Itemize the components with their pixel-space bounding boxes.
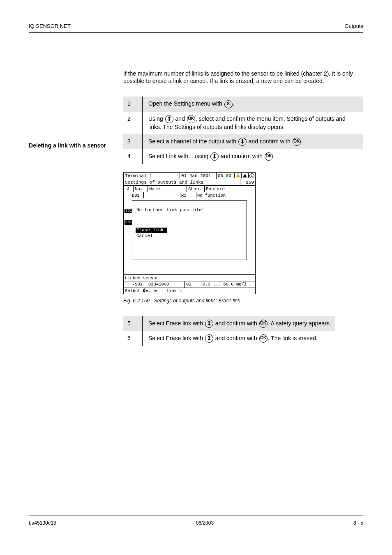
step-text: Select Erase link with and confirm with … xyxy=(143,331,335,346)
terminal-title: Terminal 1 xyxy=(124,173,180,179)
terminal-screenshot: Terminal 1 01 Jan 2001 00 00 🔒 i Setting… xyxy=(123,172,256,294)
lock-icon: 🔒 xyxy=(234,173,241,178)
step-row: 3Select a channel of the output with and… xyxy=(123,134,363,149)
partial-c4: No function xyxy=(196,192,255,198)
step-text: Using and OK, select and confirm the men… xyxy=(143,112,364,134)
step-number: 5 xyxy=(123,316,143,331)
updown-key-icon xyxy=(205,334,213,343)
header-rule xyxy=(29,32,363,33)
footer-center: 06/2003 xyxy=(196,520,214,526)
sensor-c2: 01341000 xyxy=(147,281,185,287)
side-heading: Deleting a link with a sensor xyxy=(29,142,107,150)
info-icon: i xyxy=(248,173,255,178)
step-row: 2Using and OK, select and confirm the me… xyxy=(123,112,363,134)
steps-table-2: 5Select Erase link with and confirm with… xyxy=(123,316,335,346)
terminal-time: 00 00 xyxy=(217,173,234,179)
col-head-1: No. xyxy=(134,186,148,192)
updown-key-icon xyxy=(238,138,247,146)
step-row: 5Select Erase link with and confirm with… xyxy=(123,316,335,331)
footer-right: 6 - 5 xyxy=(353,520,363,526)
terminal-hint: Select �♦, edit link ⎀ xyxy=(124,288,255,294)
step-number: 4 xyxy=(123,149,143,164)
terminal-date: 01 Jan 2001 xyxy=(180,173,217,179)
ok-key-icon: OK xyxy=(293,138,301,146)
dialog-box: No further link possible! Erase link Can… xyxy=(132,200,247,260)
step-text: Select a channel of the output with and … xyxy=(143,134,364,149)
step-text: Select Link with... using and confirm wi… xyxy=(143,149,364,164)
option-cancel[interactable]: Cancel xyxy=(136,233,167,239)
col-head-2: Name xyxy=(148,186,187,192)
col-head-3: Chan. xyxy=(187,186,205,192)
sensor-c4: 0.0 ... 60.0 mg/l xyxy=(201,281,255,287)
linked-sensor-label: Linked sensor xyxy=(124,275,255,281)
step-number: 6 xyxy=(123,331,143,346)
header-right: Outputs xyxy=(344,23,363,30)
dialog-message: No further link possible! xyxy=(136,207,243,213)
col-head-4: Feature xyxy=(205,186,255,192)
ok-key-icon: OK xyxy=(259,334,267,343)
terminal-subtitle: Settings of outputs and links xyxy=(124,179,240,185)
ok-key-icon: OK xyxy=(259,320,267,328)
partial-c3: R1 xyxy=(180,192,196,198)
header-left: IQ SENSOR NET xyxy=(29,23,71,30)
step-number: 2 xyxy=(123,112,143,134)
step-row: 1Open the Settings menu with S. xyxy=(123,97,363,111)
page-footer: ba45130e13 06/2003 6 - 5 xyxy=(29,520,363,526)
sensor-c1: S01 xyxy=(134,281,147,287)
status-icons: 🔒 i xyxy=(234,173,255,178)
step-text: Select Erase link with and confirm with … xyxy=(143,316,335,331)
footer-left: ba45130e13 xyxy=(29,520,56,526)
col-head-0: & xyxy=(124,186,134,192)
option-erase-link[interactable]: Erase link xyxy=(136,228,167,233)
footer-rule xyxy=(29,516,363,516)
step-text: Open the Settings menu with S. xyxy=(143,97,364,111)
step-number: 1 xyxy=(123,97,143,111)
ok-key-icon: OK xyxy=(265,152,273,161)
terminal-body: D01 R1 No function S01 S01 No further li… xyxy=(124,192,255,275)
updown-key-icon xyxy=(210,152,219,161)
linked-sensor-row: S01 01341000 02 0.0 ... 60.0 mg/l xyxy=(124,281,255,287)
terminal-code: 150 xyxy=(240,179,255,185)
partial-c1: D01 xyxy=(131,192,144,198)
step-number: 3 xyxy=(123,134,143,149)
step-row: 4Select Link with... using and confirm w… xyxy=(123,149,363,164)
steps-table-1: 1Open the Settings menu with S.2Using an… xyxy=(123,97,363,164)
s-key-icon: S xyxy=(224,100,233,108)
sensor-c0 xyxy=(124,284,134,285)
updown-key-icon xyxy=(165,115,173,123)
step-row: 6Select Erase link with and confirm with… xyxy=(123,331,335,346)
warning-icon xyxy=(241,173,248,178)
intro-paragraph: If the maximum number of links is assign… xyxy=(123,70,353,85)
sensor-c3: 02 xyxy=(185,281,201,287)
ok-key-icon: OK xyxy=(187,115,195,123)
updown-key-icon xyxy=(205,320,213,328)
figure-caption: Fig. 6-2 150 - Settings of outputs and l… xyxy=(123,297,363,304)
page-header: IQ SENSOR NET Outputs xyxy=(29,23,363,30)
